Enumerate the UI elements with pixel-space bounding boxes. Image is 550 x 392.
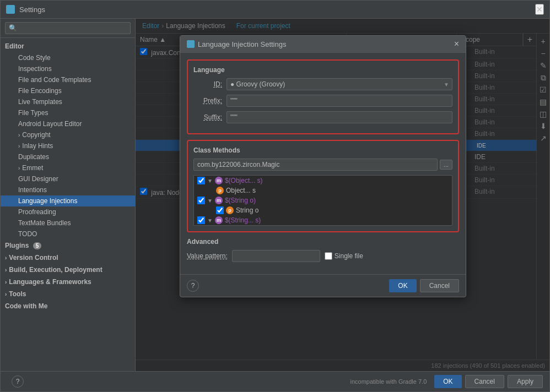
sidebar-section-languages[interactable]: ›Languages & Frameworks: [1, 276, 135, 288]
settings-window: Settings ✕ Editor Code Style Inspections…: [0, 0, 550, 392]
sidebar-item-inspections[interactable]: Inspections: [1, 63, 135, 74]
method-param-name: String o: [236, 206, 258, 214]
method-item-param[interactable]: p Object... s: [194, 186, 452, 195]
value-pattern-row: Value pattern: Single file: [187, 250, 459, 262]
sidebar-section-plugins[interactable]: Plugins 5: [1, 239, 135, 252]
single-file-text: Single file: [335, 252, 363, 260]
method-checkbox[interactable]: [197, 216, 205, 224]
single-file-checkbox[interactable]: [325, 252, 332, 260]
method-badge-m: m: [215, 216, 223, 224]
advanced-section: Advanced Value pattern: Single file: [187, 238, 459, 262]
prefix-input[interactable]: [227, 95, 452, 107]
footer-status: incompatible with Gradle 7.0: [350, 378, 427, 385]
id-select-wrapper: ● Groovy (Groovy) ▼: [227, 78, 452, 90]
modal-footer: ? OK Cancel: [180, 274, 466, 297]
sidebar-items: Editor Code Style Inspections File and C…: [1, 38, 135, 371]
method-checkbox[interactable]: [216, 206, 224, 214]
search-box: [1, 19, 135, 38]
global-cancel-button[interactable]: Cancel: [465, 375, 504, 388]
sidebar-item-duplicates[interactable]: Duplicates: [1, 151, 135, 162]
sidebar-item-proofreading[interactable]: Proofreading: [1, 206, 135, 217]
sidebar-item-language-injections[interactable]: Language Injections: [1, 195, 135, 206]
sidebar: Editor Code Style Inspections File and C…: [1, 19, 136, 371]
method-list: ▼ m $(Object... s) p Object... s: [193, 175, 452, 226]
sidebar-item-todo[interactable]: TODO: [1, 228, 135, 239]
single-file-label: Single file: [325, 252, 363, 260]
sidebar-item-file-types[interactable]: File Types: [1, 107, 135, 118]
class-input[interactable]: [193, 159, 438, 171]
modal-title-icon: [187, 40, 195, 48]
sidebar-section-tools[interactable]: ›Tools: [1, 288, 135, 300]
global-ok-button[interactable]: OK: [434, 375, 461, 388]
method-name: $(Object... s): [225, 177, 263, 184]
sidebar-item-gui-designer[interactable]: GUI Designer: [1, 173, 135, 184]
sidebar-section-build[interactable]: ›Build, Execution, Deployment: [1, 264, 135, 276]
sidebar-section-codewithme[interactable]: Code with Me: [1, 300, 135, 312]
prefix-row: Prefix:: [193, 95, 452, 107]
sidebar-item-code-style[interactable]: Code Style: [1, 52, 135, 63]
sidebar-section-editor[interactable]: Editor: [1, 40, 135, 52]
advanced-title: Advanced: [187, 238, 459, 246]
method-checkbox[interactable]: [197, 177, 205, 184]
sidebar-item-textmate[interactable]: TextMate Bundles: [1, 217, 135, 228]
global-help-button[interactable]: ?: [12, 375, 24, 388]
modal-overlay: Language Injection Settings × Language I…: [136, 19, 549, 371]
method-item[interactable]: ▼ m $(String... s): [194, 215, 452, 225]
language-section-title: Language: [193, 66, 452, 74]
modal-close-button[interactable]: ×: [454, 39, 459, 49]
sidebar-item-file-code-templates[interactable]: File and Code Templates: [1, 74, 135, 85]
sidebar-item-android-layout[interactable]: Android Layout Editor: [1, 118, 135, 129]
window-close-button[interactable]: ✕: [535, 4, 544, 15]
method-badge-m: m: [215, 197, 223, 204]
modal-help-button[interactable]: ?: [187, 280, 199, 292]
modal-title: Language Injection Settings: [187, 40, 286, 48]
global-footer: ? incompatible with Gradle 7.0 OK Cancel…: [1, 371, 549, 391]
sidebar-item-emmet[interactable]: ›Emmet: [1, 162, 135, 173]
right-panel: Editor › Language Injections For current…: [136, 19, 549, 371]
modal-header: Language Injection Settings ×: [180, 36, 466, 53]
method-checkbox[interactable]: [197, 197, 205, 204]
method-badge-m: m: [215, 177, 223, 184]
prefix-label: Prefix:: [193, 97, 227, 105]
method-expand-icon[interactable]: ▼: [207, 198, 213, 204]
method-expand-icon[interactable]: ▼: [207, 178, 213, 184]
method-badge-p: p: [216, 187, 224, 194]
language-injection-modal: Language Injection Settings × Language I…: [180, 35, 466, 297]
method-item-param[interactable]: p String o: [194, 205, 452, 215]
sidebar-item-file-encodings[interactable]: File Encodings: [1, 85, 135, 96]
sidebar-item-live-templates[interactable]: Live Templates: [1, 96, 135, 107]
method-badge-p: p: [226, 206, 234, 214]
sidebar-item-copyright[interactable]: ›Copyright: [1, 129, 135, 140]
id-row: ID: ● Groovy (Groovy) ▼: [193, 78, 452, 90]
value-pattern-input[interactable]: [232, 250, 320, 262]
sidebar-item-inlay-hints[interactable]: ›Inlay Hints: [1, 140, 135, 151]
method-expand-icon[interactable]: ▼: [207, 217, 213, 224]
modal-ok-button[interactable]: OK: [389, 279, 416, 292]
id-select[interactable]: ● Groovy (Groovy): [227, 78, 452, 90]
modal-buttons: OK Cancel: [389, 279, 459, 292]
method-param-name: Object... s: [226, 187, 256, 194]
sidebar-section-vcs[interactable]: ›Version Control: [1, 252, 135, 264]
window-title: Settings: [19, 6, 45, 14]
class-methods-title: Class Methods: [193, 146, 452, 154]
suffix-row: Suffix:: [193, 111, 452, 123]
value-pattern-label: Value pattern:: [187, 252, 228, 260]
method-item[interactable]: ▼ m $(Object... s): [194, 176, 452, 186]
search-input[interactable]: [5, 22, 131, 34]
class-dots-button[interactable]: ...: [440, 160, 452, 170]
modal-title-text: Language Injection Settings: [198, 40, 286, 48]
id-label: ID:: [193, 80, 227, 88]
modal-body: Language ID: ● Groovy (Groovy) ▼: [180, 53, 466, 274]
class-methods-section: Class Methods ... ▼ m: [187, 140, 459, 232]
global-apply-button[interactable]: Apply: [508, 375, 543, 388]
sidebar-item-intentions[interactable]: Intentions: [1, 184, 135, 195]
method-item[interactable]: ▼ m $(String o): [194, 195, 452, 205]
class-input-row: ...: [193, 159, 452, 171]
modal-cancel-button[interactable]: Cancel: [420, 279, 459, 292]
method-name: $(String... s): [225, 216, 261, 224]
suffix-input[interactable]: [227, 111, 452, 123]
app-icon: [6, 5, 15, 14]
method-name: $(String o): [225, 197, 256, 204]
title-bar: Settings ✕: [1, 1, 549, 19]
language-section: Language ID: ● Groovy (Groovy) ▼: [187, 59, 459, 134]
